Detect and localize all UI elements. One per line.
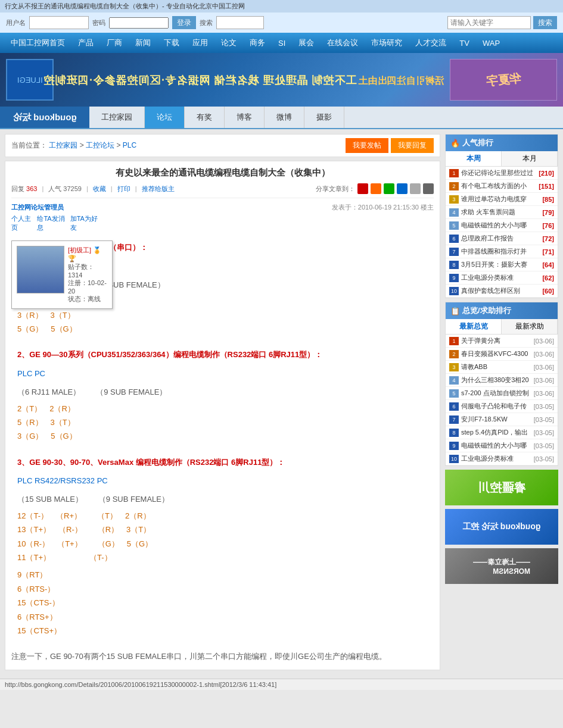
sig3-extra1: 9（RT） (17, 568, 434, 582)
ad-banner-2[interactable]: goudkoud 坛论 控工 (445, 509, 558, 545)
pop-text-8[interactable]: 3月5日开奖：摄影大赛 (461, 260, 540, 269)
main-content: 当前位置： 工控家园 > 工控论坛 > PLC 我要发帖 我要回复 有史以来最全… (5, 134, 440, 674)
main-search-input[interactable] (447, 16, 531, 29)
nav-wap[interactable]: WAP (477, 36, 506, 50)
nav-si[interactable]: SI (272, 36, 291, 50)
breadcrumb-link-plc[interactable]: PLC (123, 141, 136, 149)
nav-news[interactable]: 新闻 (129, 35, 157, 51)
username-input[interactable] (29, 16, 89, 29)
share-icon-6[interactable] (423, 183, 434, 194)
pop-item-2: 2 有个电工布线方面的小 [151] (446, 180, 558, 193)
share-icon-3[interactable] (384, 183, 394, 194)
jobseek-section: 📋 总览/求助排行 最新总览 最新求助 1 关于弹黄分离 [03-06] 2 春… (445, 302, 558, 466)
login-button[interactable]: 登录 (172, 16, 196, 29)
job-text-3[interactable]: 请教ABB (461, 363, 531, 371)
jobseek-list: 1 关于弹黄分离 [03-06] 2 春日变频器KVFC-4300 [03-06… (446, 335, 558, 465)
ad-banner-1[interactable]: 睿疆控川 (445, 470, 558, 505)
ad-banner-3[interactable]: ——上海立泰——MORSNSM (445, 548, 558, 584)
job-text-5[interactable]: s7-200 点动加自锁控制 (461, 389, 531, 398)
tab-bar: goudkoud 坛论 工控家园 论坛 有奖 博客 微博 摄影 (0, 107, 563, 129)
section2-connectors: （6 RJ11 MALE） （9 SUB FEMALE） (17, 385, 434, 399)
post-button[interactable]: 我要发帖 (346, 138, 388, 153)
tab-week[interactable]: 本周 (446, 151, 502, 166)
tab-prize[interactable]: 有奖 (185, 107, 225, 128)
tab-jiayuan[interactable]: 工控家园 (89, 107, 145, 128)
breadcrumb-link-forum[interactable]: 工控论坛 (86, 141, 114, 149)
share-icon-1[interactable] (357, 183, 368, 194)
tab-latest-job[interactable]: 最新总览 (446, 319, 502, 334)
recommend-link[interactable]: 推荐给版主 (142, 185, 175, 193)
job-text-2[interactable]: 春日变频器KVFC-4300 (461, 349, 531, 358)
jobseek-header: 📋 总览/求助排行 (446, 302, 558, 319)
tab-photo[interactable]: 摄影 (304, 107, 344, 128)
job-text-9[interactable]: 电磁铁磁性的大小与哪 (461, 441, 531, 450)
nav-app[interactable]: 应用 (186, 35, 214, 51)
search-button[interactable]: 搜索 (533, 16, 557, 29)
pop-text-4[interactable]: 求助 火车售票问题 (461, 208, 540, 217)
password-input[interactable] (109, 17, 169, 29)
nav-talent[interactable]: 人才交流 (409, 35, 452, 51)
job-text-6[interactable]: 伺服电子凸轮和电子传 (461, 402, 531, 411)
ad-text-3: ——上海立泰——MORSNSM (473, 557, 530, 576)
pop-count-9: [62] (542, 274, 554, 282)
job-item-5: 5 s7-200 点动加自锁控制 [03-06] (446, 387, 558, 400)
job-text-1[interactable]: 关于弹黄分离 (461, 336, 531, 345)
breadcrumb-link-home[interactable]: 工控家园 (49, 141, 77, 149)
share-bar: 分享文章到： (316, 183, 434, 194)
nav-expo[interactable]: 展会 (293, 35, 320, 51)
nav-business[interactable]: 商务 (244, 35, 271, 51)
nav-home[interactable]: 中国工控网首页 (5, 35, 71, 51)
job-date-10: [03-05] (534, 455, 554, 463)
section3-title: 3、GE 90-30、90-70、VersaMax 编程电缆制作（RS232端口… (17, 455, 434, 469)
pop-text-7[interactable]: 中排器线圈和指示灯并 (461, 247, 540, 256)
add-friend-link[interactable]: 加TA为好友 (70, 214, 101, 232)
main-layout: 当前位置： 工控家园 > 工控论坛 > PLC 我要发帖 我要回复 有史以来最全… (0, 129, 563, 679)
nav-webinar[interactable]: 在线会议 (321, 35, 364, 51)
breadcrumb-sep2: > (116, 141, 122, 149)
tab-forum[interactable]: 论坛 (145, 107, 185, 128)
tab-blog[interactable]: 博客 (225, 107, 265, 128)
pop-item-3: 3 谁用过单芯动力电缆穿 [85] (446, 193, 558, 206)
nav-research[interactable]: 市场研究 (365, 35, 408, 51)
nav-tv[interactable]: TV (453, 36, 475, 50)
section2-signals: 2（T） 2（R） 5（R） 3（T） 3（G） 5（G） (17, 402, 434, 443)
job-rank-5: 5 (449, 389, 459, 398)
job-text-7[interactable]: 安川F7-18.5KW (461, 415, 531, 424)
jobseek-title: 总览/求助排行 (462, 305, 511, 316)
share-icon-5[interactable] (410, 183, 421, 194)
search-right: 搜索 (447, 16, 557, 29)
post-row: 工控网论坛管理员 个人主页 给TA发消息 加TA为好友 发表于：2010-06-… (11, 203, 434, 235)
tab-weibo[interactable]: 微博 (265, 107, 304, 128)
pop-text-9[interactable]: 工业电源分类标准 (461, 273, 540, 282)
job-text-4[interactable]: 为什么三相380变3相20 (461, 376, 531, 385)
pop-item-6: 6 总理政府工作报告 [72] (446, 232, 558, 245)
nav-download[interactable]: 下载 (158, 35, 185, 51)
nav-vendor[interactable]: 厂商 (101, 35, 128, 51)
banner-right: 华夏字 (450, 59, 557, 101)
share-icon-2[interactable] (371, 183, 381, 194)
pop-text-6[interactable]: 总理政府工作报告 (461, 234, 540, 243)
tab-month[interactable]: 本月 (502, 151, 558, 166)
pop-text-2[interactable]: 有个电工布线方面的小 (461, 182, 536, 190)
rank-badge-9: 9 (449, 274, 459, 282)
nav-paper[interactable]: 论文 (215, 35, 242, 51)
pop-text-10[interactable]: 真假护套线怎样区别 (461, 286, 540, 295)
job-text-10[interactable]: 工业电源分类标准 (461, 454, 531, 463)
send-msg-link[interactable]: 给TA发消息 (37, 214, 67, 232)
post-info-popup: [初级工] 🏅🏆 贴子数：1314 注册：10-02-20 状态：离线 (11, 240, 113, 309)
collect-link[interactable]: 收藏 (93, 185, 106, 193)
pop-text-1[interactable]: 你还记得论坛里那些过过 (461, 168, 536, 177)
pop-text-5[interactable]: 电磁铁磁性的大小与哪 (461, 221, 540, 230)
sig3-extra3: 15（CTS-） (17, 596, 434, 610)
reply-button[interactable]: 我要回复 (391, 138, 434, 153)
popularity-section: 🔥 人气排行 本周 本月 1 你还记得论坛里那些过过 [210] 2 有个电工布… (445, 134, 558, 298)
pop-text-3[interactable]: 谁用过单芯动力电缆穿 (461, 195, 540, 204)
tab-latest-help[interactable]: 最新求助 (502, 319, 558, 334)
share-icon-4[interactable] (397, 183, 408, 194)
search2-input[interactable] (216, 16, 264, 29)
popularity-title: 人气排行 (462, 138, 493, 148)
print-link[interactable]: 打印 (117, 185, 130, 193)
nav-product[interactable]: 产品 (72, 35, 99, 51)
job-text-8[interactable]: step 5.4仿真PID，输出 (461, 428, 531, 437)
profile-link[interactable]: 个人主页 (11, 214, 35, 232)
